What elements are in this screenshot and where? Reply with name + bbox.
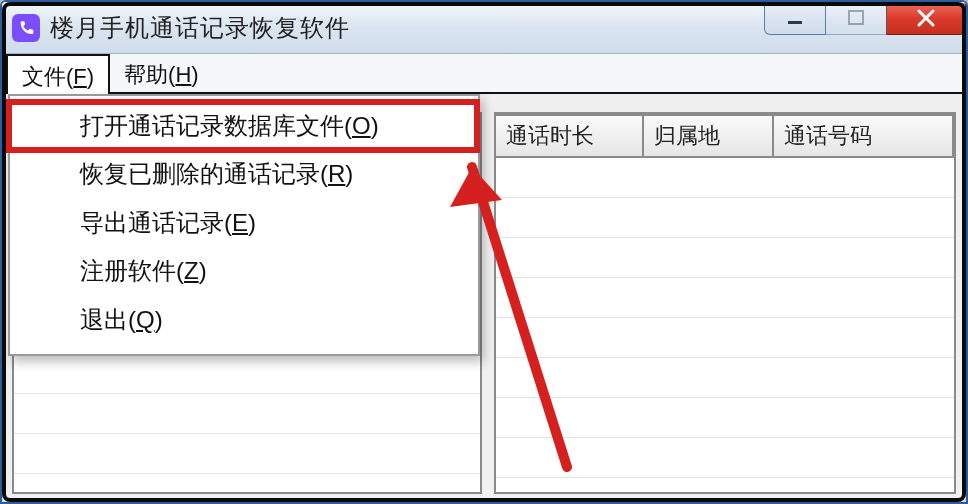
window-maximize-button[interactable] — [825, 3, 887, 35]
menu-exit[interactable]: 退出(Q) — [10, 296, 478, 344]
menu-item-accel: Z — [184, 257, 199, 284]
table-row — [496, 358, 954, 398]
menu-recover-deleted[interactable]: 恢复已删除的通话记录(R) — [10, 150, 478, 198]
menu-item-accel: Q — [136, 306, 155, 333]
svg-rect-0 — [788, 21, 802, 24]
window-title: 楼月手机通话记录恢复软件 — [50, 12, 350, 44]
table-row — [496, 438, 954, 478]
menu-item-accel: O — [352, 112, 371, 139]
table-row — [496, 238, 954, 278]
menu-open-db-file[interactable]: 打开通话记录数据库文件(O) — [10, 102, 478, 150]
menu-file-accel: F — [73, 64, 86, 90]
right-list-pane[interactable]: 通话时长 归属地 通话号码 — [494, 112, 956, 494]
app-window: 楼月手机通话记录恢复软件 文件(F) 帮助(H) — [0, 0, 968, 504]
window-close-icon — [914, 6, 938, 30]
menu-item-label: 恢复已删除的通话记录 — [80, 160, 320, 187]
table-row — [496, 318, 954, 358]
file-dropdown-menu: 打开通话记录数据库文件(O) 恢复已删除的通话记录(R) 导出通话记录(E) 注… — [8, 94, 480, 356]
list-row — [14, 434, 480, 474]
table-row — [496, 278, 954, 318]
table-row — [496, 198, 954, 238]
menu-item-label: 退出 — [80, 306, 128, 333]
phone-icon — [12, 14, 40, 42]
menu-register[interactable]: 注册软件(Z) — [10, 247, 478, 295]
titlebar[interactable]: 楼月手机通话记录恢复软件 — [2, 2, 966, 54]
column-header-location[interactable]: 归属地 — [644, 114, 774, 158]
list-row — [14, 354, 480, 394]
window-minimize-button[interactable] — [764, 3, 826, 35]
table-row — [496, 398, 954, 438]
window-minimize-icon — [785, 8, 805, 28]
menu-item-label: 打开通话记录数据库文件 — [80, 112, 344, 139]
menubar: 文件(F) 帮助(H) — [2, 54, 966, 94]
column-header-number[interactable]: 通话号码 — [774, 114, 954, 158]
svg-rect-1 — [849, 11, 863, 24]
list-row — [14, 394, 480, 434]
window-controls — [765, 3, 966, 37]
menu-help[interactable]: 帮助(H) — [110, 54, 213, 92]
menu-item-accel: R — [328, 160, 345, 187]
menu-file[interactable]: 文件(F) — [6, 54, 110, 94]
menu-file-label: 文件 — [22, 62, 66, 92]
menu-help-accel: H — [175, 62, 191, 88]
menu-export-records[interactable]: 导出通话记录(E) — [10, 199, 478, 247]
menu-help-label: 帮助 — [124, 60, 168, 90]
column-headers: 通话时长 归属地 通话号码 — [496, 114, 954, 158]
table-row — [496, 158, 954, 198]
window-maximize-icon — [846, 8, 866, 28]
menu-item-accel: E — [232, 209, 248, 236]
menu-item-label: 注册软件 — [80, 257, 176, 284]
menu-item-label: 导出通话记录 — [80, 209, 224, 236]
window-close-button[interactable] — [886, 3, 966, 35]
column-header-duration[interactable]: 通话时长 — [496, 114, 644, 158]
